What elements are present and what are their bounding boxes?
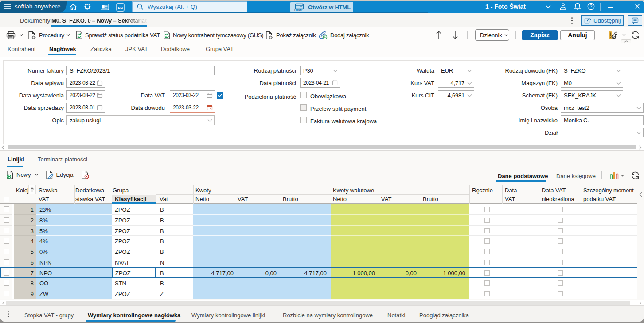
svg-text:BC: BC — [118, 6, 123, 10]
svg-text:?: ? — [590, 4, 593, 9]
svg-text:HTML: HTML — [294, 8, 303, 12]
